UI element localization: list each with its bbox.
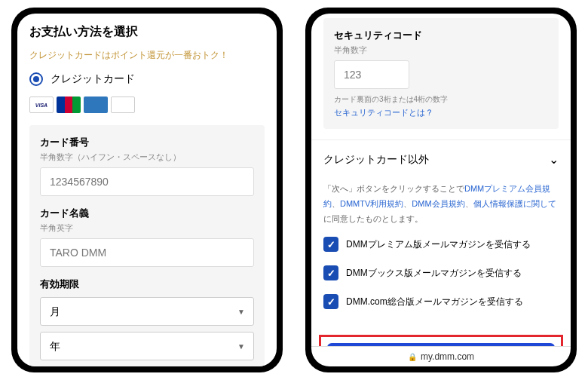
phone-left: お支払い方法を選択 クレジットカードはポイント還元が一番おトク！ クレジットカー… xyxy=(11,8,283,372)
chevron-down-icon: ⌄ xyxy=(549,152,559,167)
cvv-help-link[interactable]: セキュリティコードとは？ xyxy=(334,108,433,117)
other-payment-expand[interactable]: クレジットカード以外 ⌄ xyxy=(311,139,571,179)
expiry-year-select[interactable]: 年 xyxy=(40,332,254,360)
lock-icon: 🔒 xyxy=(408,353,417,361)
promo-text: クレジットカードはポイント還元が一番おトク！ xyxy=(29,49,265,62)
terms-link-member[interactable]: DMM会員規約 xyxy=(412,199,464,208)
checkbox-checked-icon: ✓ xyxy=(323,265,338,280)
newsletter-checks: ✓ DMMプレミアム版メールマガジンを受信する ✓ DMMブックス版メールマガジ… xyxy=(311,237,571,335)
cvv-label: セキュリティコード xyxy=(334,29,548,42)
jcb-icon xyxy=(57,97,81,113)
diners-icon xyxy=(111,97,135,113)
card-number-label: カード番号 xyxy=(40,136,254,149)
expiry-month-select[interactable]: 月 xyxy=(40,297,254,326)
check-label: DMMプレミアム版メールマガジンを受信する xyxy=(346,238,531,251)
cvv-hint: 半角数字 xyxy=(334,44,548,56)
radio-label: クレジットカード xyxy=(51,72,135,86)
check-label: DMM.com総合版メールマガジンを受信する xyxy=(346,296,523,308)
terms-link-tv[interactable]: DMMTV利用規約 xyxy=(340,199,403,208)
cvv-card: セキュリティコード 半角数字 カード裏面の3桁または4桁の数字 セキュリティコー… xyxy=(323,18,559,129)
radio-selected-icon xyxy=(29,72,43,86)
cvv-input[interactable] xyxy=(334,60,409,89)
phone-right: セキュリティコード 半角数字 カード裏面の3桁または4桁の数字 セキュリティコー… xyxy=(305,8,577,372)
browser-url-bar[interactable]: 🔒 my.dmm.com xyxy=(311,346,571,366)
check-premium-mag[interactable]: ✓ DMMプレミアム版メールマガジンを受信する xyxy=(323,237,559,252)
terms-link-privacy[interactable]: 個人情報保護に関して xyxy=(473,199,556,208)
card-name-input[interactable] xyxy=(40,238,254,267)
screen-right: セキュリティコード 半角数字 カード裏面の3桁または4桁の数字 セキュリティコー… xyxy=(311,14,571,366)
screen-left: お支払い方法を選択 クレジットカードはポイント還元が一番おトク！ クレジットカー… xyxy=(17,14,277,366)
expiry-label: 有効期限 xyxy=(40,277,254,291)
page-title: お支払い方法を選択 xyxy=(29,24,265,40)
checkbox-checked-icon: ✓ xyxy=(323,237,338,252)
visa-icon: VISA xyxy=(29,97,54,113)
card-number-hint: 半角数字（ハイフン・スペースなし） xyxy=(40,152,254,163)
amex-icon xyxy=(84,97,108,113)
check-books-mag[interactable]: ✓ DMMブックス版メールマガジンを受信する xyxy=(323,265,559,280)
check-label: DMMブックス版メールマガジンを受信する xyxy=(346,267,522,280)
card-brands: VISA xyxy=(29,97,265,113)
next-button-highlight: 次へ xyxy=(319,335,563,346)
payment-radio-creditcard[interactable]: クレジットカード xyxy=(29,72,265,86)
check-general-mag[interactable]: ✓ DMM.com総合版メールマガジンを受信する xyxy=(323,294,559,309)
other-payment-label: クレジットカード以外 xyxy=(323,153,429,167)
card-number-input[interactable] xyxy=(40,167,254,196)
card-form: カード番号 半角数字（ハイフン・スペースなし） カード名義 半角英字 有効期限 … xyxy=(29,125,265,366)
checkbox-checked-icon: ✓ xyxy=(323,294,338,309)
card-name-hint: 半角英字 xyxy=(40,222,254,234)
url-text: my.dmm.com xyxy=(421,351,474,362)
cvv-fine: カード裏面の3桁または4桁の数字 xyxy=(334,93,548,105)
card-name-label: カード名義 xyxy=(40,207,254,220)
terms-text: 「次へ」ボタンをクリックすることでDMMプレミアム会員規約、DMMTV利用規約、… xyxy=(311,179,571,237)
